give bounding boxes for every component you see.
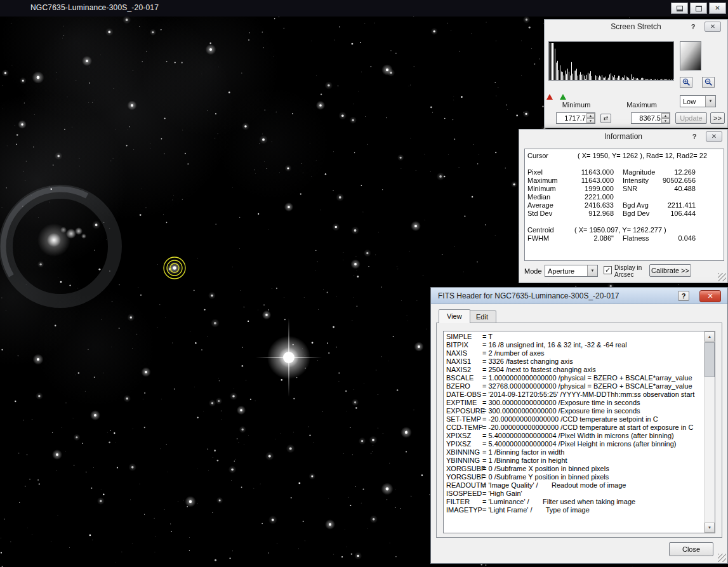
fits-value: = 'Luminance' / Filter used when taking … — [482, 498, 635, 505]
chevron-down-icon[interactable]: ▼ — [587, 265, 597, 276]
fits-key: NAXIS2 — [446, 366, 482, 374]
fits-value: = -20.000000000000000 /CCD temperature a… — [482, 424, 693, 431]
close-dialog-button[interactable]: ✕ — [705, 22, 721, 32]
display-arcsec-checkbox[interactable]: ✓ — [604, 266, 612, 274]
minimum-value[interactable]: 1717.7 — [558, 114, 586, 123]
fits-key: FILTER — [446, 498, 482, 506]
scroll-down-button[interactable]: ▼ — [705, 523, 715, 533]
minimum-marker[interactable] — [546, 94, 553, 100]
maximum-marker[interactable] — [560, 94, 566, 100]
fwhm-label: FWHM — [527, 234, 564, 243]
expand-button[interactable]: >> — [710, 112, 725, 124]
fits-entry[interactable]: NAXIS= 2 /number of axes — [446, 349, 703, 357]
fits-entry[interactable]: YPIXSZ= 5.4000000000000004 /Pixel Height… — [446, 440, 703, 448]
chevron-down-icon[interactable]: ▼ — [705, 96, 715, 107]
stat-label: Median — [527, 193, 564, 201]
tab-edit[interactable]: Edit — [468, 310, 496, 323]
histogram[interactable] — [548, 41, 674, 81]
window-title: NGC7635-Luminance-300S_-20-017 — [30, 3, 159, 12]
fits-value: = 0 /Subframe X position in binned pixel… — [482, 465, 609, 472]
fits-entry[interactable]: XORGSUBF= 0 /Subframe X position in binn… — [446, 465, 703, 473]
fits-entry[interactable]: READOUTM= 'Image Quality' / Readout mode… — [446, 481, 703, 490]
zoom-in-icon — [682, 78, 691, 86]
fits-key: XORGSUBF — [446, 465, 482, 473]
fits-entry[interactable]: ISOSPEED= 'High Gain' — [446, 490, 703, 498]
fits-key: DATE-OBS — [446, 390, 482, 399]
stat-value: 1999.000 — [564, 185, 614, 193]
fits-entry[interactable]: CCD-TEMP= -20.000000000000000 /CCD tempe… — [446, 424, 703, 432]
information-dialog: Information ? ✕ Cursor( X= 1950, Y= 1262… — [519, 129, 728, 283]
stat-label: Std Dev — [527, 210, 564, 218]
stat-value: 2211.411 — [659, 201, 696, 210]
fits-entry[interactable]: SET-TEMP= -20.000000000000000 /CCD tempe… — [446, 415, 703, 424]
maximum-value[interactable]: 8367.5 — [633, 114, 661, 123]
fits-value: = 3326 /fastest changing axis — [482, 357, 573, 365]
stat-value: 912.968 — [564, 210, 614, 218]
minimize-button[interactable] — [671, 3, 688, 14]
fits-entry[interactable]: BSCALE= 1.0000000000000000 /physical = B… — [446, 374, 703, 382]
swap-icon: ⇄ — [604, 115, 609, 121]
fits-entry[interactable]: BITPIX= 16 /8 unsigned int, 16 & 32 int,… — [446, 341, 703, 349]
fits-entry[interactable]: IMAGETYP= 'Light Frame' / Type of image — [446, 506, 703, 514]
restore-button[interactable] — [690, 3, 707, 14]
close-dialog-button[interactable]: ✕ — [706, 131, 722, 142]
tab-view[interactable]: View — [439, 309, 470, 323]
centroid-value: ( X= 1950.097, Y= 1262.277 ) — [574, 226, 666, 234]
zoom-in-button[interactable] — [680, 77, 692, 88]
spin-down-icon[interactable]: ▼ — [661, 118, 670, 123]
calibrate-button[interactable]: Calibrate >> — [649, 264, 691, 277]
help-button[interactable]: ? — [678, 291, 689, 301]
fits-value: = 32768.000000000000 /physical = BZERO +… — [482, 382, 692, 390]
update-button[interactable]: Update — [675, 112, 707, 124]
close-icon: ✕ — [711, 133, 717, 140]
fits-entry[interactable]: YBINNING= 1 /Binning factor in height — [446, 457, 703, 465]
help-button[interactable]: ? — [689, 132, 699, 142]
stat-label: Magnitude — [614, 168, 659, 177]
fits-key: NAXIS1 — [446, 357, 482, 366]
stat-value: 11643.000 — [564, 177, 614, 185]
fits-entry[interactable]: NAXIS2= 2504 /next to fastest changing a… — [446, 366, 703, 374]
fits-value: = 5.4000000000000004 /Pixel Width in mic… — [482, 432, 674, 439]
mode-select[interactable]: Aperture ▼ — [545, 265, 598, 277]
fits-entry[interactable]: EXPOSURE= 300.00000000000000 /Exposure t… — [446, 407, 703, 415]
maximum-input[interactable]: 8367.5 ▲▼ — [631, 112, 670, 124]
fits-entry[interactable]: DATE-OBS= '2014-09-12T20:55:25' /YYYY-MM… — [446, 390, 703, 399]
spin-up-icon[interactable]: ▲ — [586, 113, 595, 118]
close-window-button[interactable]: ✕ — [709, 3, 726, 14]
fits-entry[interactable]: XBINNING= 1 /Binning factor in width — [446, 448, 703, 457]
fits-value: = 'Image Quality' / Readout mode of imag… — [482, 481, 626, 489]
stretch-mode-select[interactable]: Low ▼ — [680, 95, 716, 107]
spin-up-icon[interactable]: ▲ — [661, 113, 670, 118]
scroll-thumb[interactable] — [705, 342, 715, 377]
screen-stretch-dialog: Screen Stretch ? ✕ Minimum Maximum 1717.… — [544, 19, 728, 128]
stat-label: Bgd Avg — [614, 201, 659, 210]
fits-entry[interactable]: XPIXSZ= 5.4000000000000004 /Pixel Width … — [446, 432, 703, 440]
scroll-up-button[interactable]: ▲ — [705, 331, 715, 342]
stretch-gradient-preview[interactable] — [680, 41, 701, 70]
swap-button[interactable]: ⇄ — [600, 114, 611, 123]
zoom-out-button[interactable] — [702, 77, 715, 88]
minimum-input[interactable]: 1717.7 ▲▼ — [556, 112, 595, 124]
fits-entry[interactable]: NAXIS1= 3326 /fastest changing axis — [446, 357, 703, 366]
fits-entry[interactable]: YORGSUBF= 0 /Subframe Y position in binn… — [446, 473, 703, 481]
fits-key: YPIXSZ — [446, 440, 482, 448]
fits-header-list[interactable]: SIMPLE= TBITPIX= 16 /8 unsigned int, 16 … — [443, 331, 715, 533]
fits-key: NAXIS — [446, 349, 482, 357]
fits-titlebar: FITS Header for NGC7635-Luminance-300S_-… — [431, 288, 727, 304]
spin-down-icon[interactable]: ▼ — [586, 118, 595, 123]
help-button[interactable]: ? — [688, 22, 698, 32]
close-icon: ✕ — [710, 23, 715, 30]
resize-grip[interactable] — [718, 554, 726, 562]
resize-grip[interactable] — [718, 273, 726, 281]
fits-key: IMAGETYP — [446, 506, 482, 514]
fits-entry[interactable]: SIMPLE= T — [446, 333, 703, 341]
close-button[interactable]: Close — [669, 542, 713, 556]
close-dialog-button[interactable]: ✕ — [699, 290, 721, 302]
fits-entry[interactable]: EXPTIME= 300.00000000000000 /Exposure ti… — [446, 399, 703, 407]
stat-label: Pixel — [527, 168, 564, 177]
stat-label: Minimum — [527, 185, 564, 193]
scrollbar[interactable]: ▲ ▼ — [704, 331, 715, 533]
fits-entry[interactable]: FILTER= 'Luminance' / Filter used when t… — [446, 498, 703, 506]
fits-entry[interactable]: BZERO= 32768.000000000000 /physical = BZ… — [446, 382, 703, 390]
fits-key: BSCALE — [446, 374, 482, 382]
